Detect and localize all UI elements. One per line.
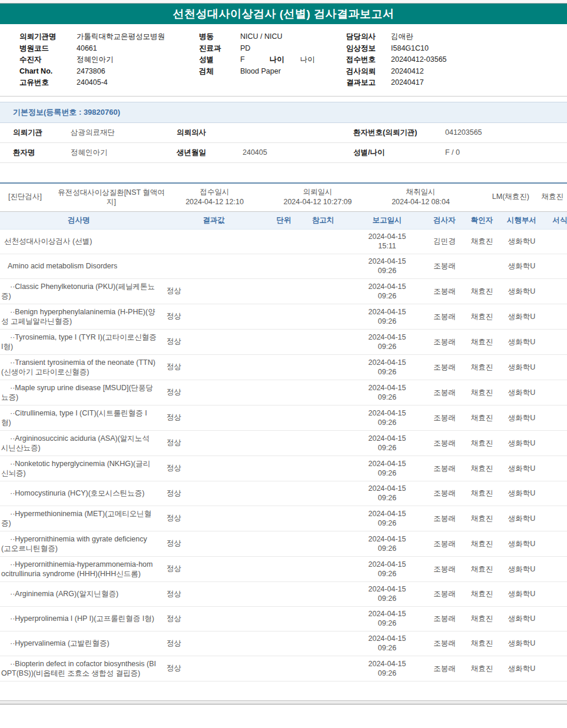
result-value-cell: 정상: [158, 286, 270, 296]
report-date-cell: 2024-04-1509:26: [348, 634, 426, 653]
dept-cell: 생화학U: [501, 261, 542, 271]
dept-cell: 생화학U: [501, 564, 542, 574]
hospital-info-row: 고유번호240405-4: [19, 77, 199, 89]
result-row: ··Tyrosinemia, type I (TYR I)(고타이로신혈증 I형…: [0, 330, 567, 355]
report-time: 09:26: [348, 569, 426, 579]
report-date: 2024-04-15: [348, 408, 426, 418]
report-time: 09:26: [348, 317, 426, 326]
report-date: 2024-04-15: [348, 232, 426, 241]
result-value-cell: 정상: [158, 413, 270, 423]
confirmer-cell: 채효진: [463, 464, 501, 473]
field-value: PD: [240, 43, 250, 55]
basic-info-header: 기본정보(등록번호 : 39820760): [0, 102, 567, 123]
result-row: 선천성대사이상검사 (선별)2024-04-1515:11김민경채효진생화학U: [0, 230, 567, 254]
column-header: 검사명: [0, 215, 158, 225]
basic-info-row: 의뢰기관삼광의료재단의뢰의사환자번호(의뢰기관)041203565: [0, 123, 567, 143]
result-value-cell: 정상: [158, 311, 270, 321]
report-date: 2024-04-15: [348, 383, 426, 393]
tester-cell: 조봉래: [426, 488, 463, 498]
report-date-cell: 2024-04-1509:26: [348, 307, 426, 326]
results-table-header: 검사명결과값단위참고치보고일시검사자확인자시행부서서식: [0, 212, 567, 230]
report-date-cell: 2024-04-1509:26: [348, 408, 426, 427]
hospital-info-row: 담당의사김애란: [346, 31, 567, 43]
field-label: 검사의뢰: [346, 66, 391, 78]
test-name-cell: ··Tyrosinemia, type I (TYR I)(고타이로신혈증 I형…: [0, 331, 158, 353]
result-row: ··Homocystinuria (HCY)(호모시스틴뇨증)정상2024-04…: [0, 481, 567, 506]
column-header: 확인자: [463, 215, 501, 225]
report-date-cell: 2024-04-1509:26: [348, 509, 426, 528]
field-label: 병원코드: [19, 43, 77, 55]
dept-cell: 생화학U: [501, 589, 542, 599]
dept-cell: 생화학U: [501, 237, 542, 246]
field-label: 고유번호: [19, 77, 77, 89]
hospital-info-row: 임상정보I584G1C10: [346, 43, 567, 55]
report-date-cell: 2024-04-1515:11: [348, 232, 426, 251]
field-value: Blood Paper: [240, 66, 281, 78]
report-title: 선천성대사이상검사 (선별) 검사결과보고서: [0, 4, 567, 24]
result-value-cell: 정상: [158, 663, 270, 673]
hospital-info-row: 접수번호20240412-03565: [346, 54, 567, 66]
result-row: ··Hyperprolinemia I (HP I)(고프롤린혈증 I형)정상2…: [0, 607, 567, 631]
confirmer-cell: 채효진: [463, 287, 501, 296]
test-name-cell: ··Maple syrup urine disease [MSUD](단풍당뇨증…: [0, 382, 158, 403]
report-date: 2024-04-15: [348, 560, 426, 569]
hospital-info-row: 결과보고20240417: [346, 77, 567, 89]
hospital-info-column-right: 담당의사김애란임상정보I584G1C10접수번호20240412-03565검사…: [346, 31, 567, 89]
report-time: 09:26: [348, 518, 426, 528]
field-label: 의뢰기관명: [19, 31, 77, 43]
dept-cell: 생화학U: [501, 337, 542, 347]
column-header: 결과값: [158, 215, 270, 225]
field-value: 240405-4: [77, 77, 108, 89]
result-row: ··Hyperornithinemia-hyperammonemia-homoc…: [0, 557, 567, 582]
field-label: 환자번호(의뢰기관): [353, 128, 445, 138]
result-value-cell: 정상: [158, 614, 270, 624]
field-value: 정혜인아기: [71, 148, 108, 158]
dept-cell: 생화학U: [501, 514, 542, 523]
receipt-label: 접수일시: [167, 187, 263, 197]
hospital-info-row: 의뢰기관명가톨릭대학교은평성모병원: [19, 31, 199, 43]
confirmer-cell: 채효진: [463, 237, 501, 246]
report-time: 09:26: [348, 266, 426, 275]
field-value: 2473806: [77, 66, 105, 78]
field-label: 의뢰의사: [177, 128, 243, 138]
confirmer-cell: 채효진: [463, 388, 501, 397]
test-name-cell: ··Classic Phenylketonuria (PKU)(페닐케톤뇨증): [0, 281, 158, 302]
basic-info-row: 환자명정혜인아기생년월일240405성별/나이F / 0: [0, 143, 567, 163]
report-date-cell: 2024-04-1509:26: [348, 434, 426, 453]
diagnostic-band: [진단검사] 유전성대사이상질환[NST 혈액여지] 접수일시 2024-04-…: [0, 182, 567, 212]
result-value-cell: 정상: [158, 387, 270, 397]
tester-cell: 조봉래: [426, 589, 463, 599]
test-name-cell: ··Biopterin defect in cofactor biosynthe…: [0, 658, 158, 679]
column-header: 시행부서: [501, 215, 542, 225]
report-date-cell: 2024-04-1509:26: [348, 609, 426, 628]
tester-cell: 조봉래: [426, 413, 463, 423]
field-value: F: [240, 54, 245, 66]
tester-cell: 조봉래: [426, 464, 463, 473]
receipt-value: 2024-04-12 12:10: [167, 197, 263, 207]
confirmer-cell: 채효진: [463, 639, 501, 648]
report-date-cell: 2024-04-1509:26: [348, 257, 426, 275]
basic-info-cell: 환자번호(의뢰기관)041203565: [353, 128, 567, 138]
report-time: 09:26: [348, 443, 426, 453]
report-time: 09:26: [348, 643, 426, 653]
field-value: 삼광의료재단: [71, 128, 115, 138]
basic-info-cell: 의뢰기관삼광의료재단: [0, 128, 177, 138]
field-label: 생년월일: [177, 148, 243, 158]
dept-cell: 생화학U: [501, 639, 542, 648]
tester-cell: 조봉래: [426, 539, 463, 549]
report-date: 2024-04-15: [348, 634, 426, 643]
tester-cell: 조봉래: [426, 438, 463, 448]
report-date: 2024-04-15: [348, 659, 426, 669]
test-name-cell: ··Hypermethioninemia (MET)(고메티오닌혈증): [0, 508, 158, 529]
tester-cell: 조봉래: [426, 514, 463, 523]
hospital-info-row: 수진자정혜인아기: [19, 54, 199, 66]
confirmer-cell: 채효진: [463, 564, 501, 574]
field-label: 수진자: [19, 54, 77, 66]
hospital-info-row: 성별F나이나이: [199, 54, 346, 66]
result-value-cell: 정상: [158, 488, 270, 498]
result-value-cell: 정상: [158, 513, 270, 523]
test-name-cell: ··Hyperornithinemia-hyperammonemia-homoc…: [0, 559, 158, 580]
report-date-cell: 2024-04-1509:26: [348, 358, 426, 377]
field-value: 20240417: [391, 77, 424, 89]
report-date: 2024-04-15: [348, 282, 426, 291]
